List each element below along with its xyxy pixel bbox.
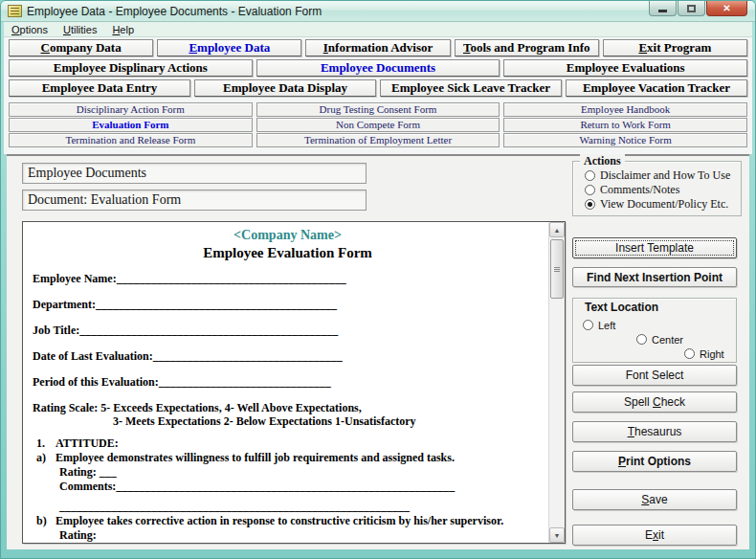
tab-employee-data-display[interactable]: Employee Data Display [194,79,376,97]
text-location-groupbox: Text Location Left Center Right [572,298,737,363]
navigation-area: Company Data Employee Data Information A… [4,37,752,154]
nav-row-trackers: Employee Data Entry Employee Data Displa… [9,79,747,97]
form-button-evaluation-form[interactable]: Evaluation Form [9,118,253,132]
doc-rating-scale-1: Rating Scale: 5- Exceeds Expectations, 4… [33,401,543,414]
document-name-field: Document: Evaluation Form [22,190,367,211]
save-button[interactable]: Save [572,489,737,510]
maximize-icon [687,5,696,12]
radio-comments-notes[interactable]: Comments/Notes [585,183,741,197]
minimize-button[interactable] [649,1,677,16]
radio-text-center[interactable]: Center [636,332,683,347]
radio-button-icon [583,320,593,330]
doc-item-a-rating: Rating: ___ [33,465,543,480]
doc-item-a-comments: Comments:_______________________________… [33,480,543,494]
radio-disclaimer-and-how-to-use[interactable]: Disclaimer and How To Use [585,168,741,183]
radio-button-icon [684,348,695,359]
exit-button[interactable]: Exit [572,525,737,546]
doc-item-a-number: a) [33,451,56,465]
font-select-button[interactable]: Font Select [572,365,737,386]
document-form-grid: Disciplinary Action Form Drug Testing Co… [9,102,747,147]
text-location-title: Text Location [581,301,662,314]
nav-row-employee: Employee Displinary Actions Employee Doc… [9,59,747,77]
form-button-non-compete[interactable]: Non Compete Form [256,118,500,132]
tab-employee-documents[interactable]: Employee Documents [256,59,500,77]
tab-tools-and-program-info[interactable]: Tools and Program Info [455,39,599,56]
tab-employee-displinary-actions[interactable]: Employee Displinary Actions [9,59,253,77]
doc-item-a-text: Employee demonstrates willingness to ful… [56,451,455,465]
window-title: Employee Data - Employee Documents - Eva… [27,5,322,18]
doc-item-b-text: Employee takes corrective action in resp… [56,514,503,528]
radio-view-document-policy[interactable]: View Document/Policy Etc. [585,197,741,212]
thesaurus-button[interactable]: Thesaurus [572,421,737,442]
tab-information-advisor[interactable]: Information Advisor [305,39,450,56]
menu-bar: Options Utilities Help [4,22,752,37]
doc-company-name: <Company Name> [33,227,543,244]
menu-item-utilities[interactable]: Utilities [63,24,97,35]
doc-form-title: Employee Evaluation Form [33,244,543,262]
document-content: <Company Name> Employee Evaluation Form … [23,222,548,543]
form-button-warning-notice[interactable]: Warning Notice Form [503,133,747,147]
arrow-up-icon: ▲ [554,227,561,234]
radio-text-left[interactable]: Left [583,318,615,332]
doc-item-a: a) Employee demonstrates willingness to … [33,451,543,465]
find-next-insertion-point-button[interactable]: Find Next Insertion Point [572,267,737,287]
document-scrollbar[interactable]: ▲ ▼ [548,222,565,543]
menu-item-options[interactable]: Options [11,24,48,35]
tab-employee-vacation-tracker[interactable]: Employee Vacation Tracker [566,79,747,97]
print-options-button[interactable]: Print Options [572,451,737,472]
titlebar[interactable]: Employee Data - Employee Documents - Eva… [1,1,755,22]
doc-item-b-rating: Rating: [33,528,543,543]
doc-item-b-number: b) [33,514,56,528]
main-panel: Employee Documents Document: Evaluation … [7,154,749,549]
document-viewer[interactable]: <Company Name> Employee Evaluation Form … [22,221,566,544]
nav-row-main: Company Data Employee Data Information A… [9,39,747,56]
app-window: Employee Data - Employee Documents - Eva… [0,0,756,559]
form-button-termination-and-release[interactable]: Termination and Release Form [9,133,253,147]
arrow-down-icon: ▼ [554,532,561,539]
doc-line-employee-name: Employee Name:__________________________… [33,272,543,285]
scroll-down-button[interactable]: ▼ [549,527,565,543]
actions-groupbox-title: Actions [580,154,625,168]
tab-company-data[interactable]: Company Data [9,39,153,56]
form-button-employee-handbook[interactable]: Employee Handbook [503,102,747,117]
form-button-termination-of-employment-letter[interactable]: Termination of Employment Letter [256,133,500,147]
doc-section-number: 1. [33,436,56,451]
radio-button-icon [636,334,647,345]
menu-item-help[interactable]: Help [112,24,134,35]
doc-comments-continuation: ________________________________________… [33,500,543,514]
close-icon: ✕ [723,4,730,13]
doc-line-department: Department:_____________________________… [33,298,543,311]
actions-groupbox: Actions Disclaimer and How To Use Commen… [572,161,742,216]
doc-section-attitude: 1. ATTITUDE: [33,436,543,451]
doc-line-job-title: Job Title:______________________________… [33,324,543,337]
form-button-return-to-work[interactable]: Return to Work Form [503,118,747,132]
close-button[interactable]: ✕ [706,1,747,16]
minimize-icon [658,10,667,12]
scrollbar-thumb[interactable] [550,239,564,299]
maximize-button[interactable] [678,1,705,16]
tab-employee-sick-leave-tracker[interactable]: Employee Sick Leave Tracker [380,79,562,97]
app-icon [8,5,22,17]
spell-check-button[interactable]: Spell Check [572,391,737,413]
category-field: Employee Documents [22,163,367,184]
radio-text-right[interactable]: Right [684,347,724,361]
tab-employee-data[interactable]: Employee Data [157,39,301,56]
form-button-disciplinary-action[interactable]: Disciplinary Action Form [9,102,253,117]
form-button-drug-testing-consent[interactable]: Drug Testing Consent Form [256,102,500,117]
window-controls: ✕ [649,1,747,16]
radio-button-icon [585,185,595,195]
radio-button-icon [585,170,595,181]
tab-exit-program[interactable]: Exit Program [603,39,747,56]
doc-section-heading: ATTITUDE: [56,436,119,451]
scroll-up-button[interactable]: ▲ [549,222,565,237]
tab-employee-evaluations[interactable]: Employee Evaluations [503,59,747,77]
doc-rating-scale-2: 3- Meets Expectations 2- Below Expectati… [33,414,543,429]
tab-employee-data-entry[interactable]: Employee Data Entry [9,79,190,97]
radio-button-icon [585,199,595,210]
doc-item-b: b) Employee takes corrective action in r… [33,514,543,528]
doc-line-last-evaluation: Date of Last Evaluation:________________… [33,349,543,363]
insert-template-button[interactable]: Insert Template [572,237,737,258]
doc-line-period: Period of this Evaluation:______________… [33,375,543,389]
